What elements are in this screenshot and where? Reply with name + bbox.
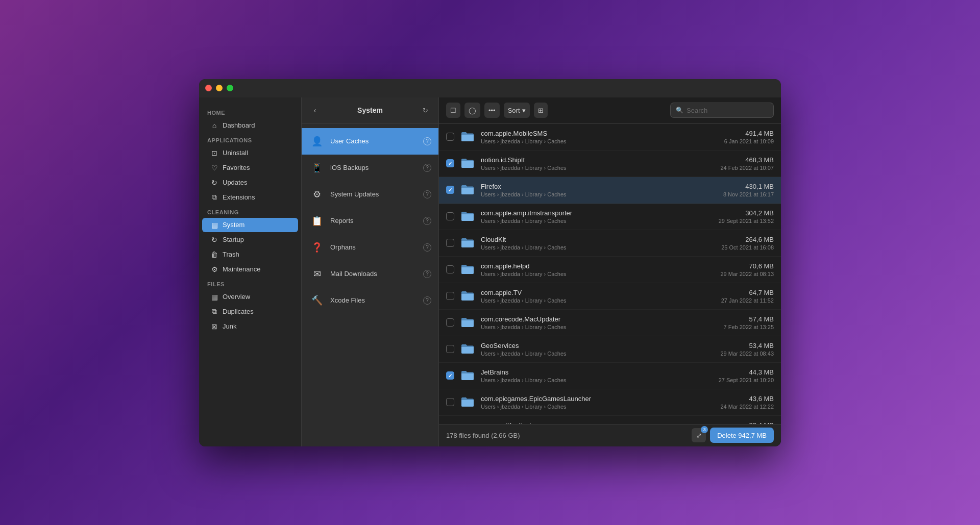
middle-item-icon-ios-backups: 📱 <box>309 160 325 176</box>
file-row[interactable]: com.corecode.MacUpdater Users › jbzedda … <box>439 310 781 336</box>
folder-icon <box>459 394 476 410</box>
refresh-button[interactable]: ↻ <box>418 103 432 117</box>
sidebar-item-overview[interactable]: ▦ Overview <box>202 290 298 304</box>
sidebar-item-junk[interactable]: ⊠ Junk <box>202 319 298 334</box>
help-icon-xcode-files[interactable]: ? <box>423 296 431 305</box>
file-date: 8 Nov 2021 at 16:17 <box>723 191 774 197</box>
expand-button[interactable]: ⤢ 3 <box>692 428 706 442</box>
file-row[interactable]: com.apple.MobileSMS Users › jbzedda › Li… <box>439 124 781 151</box>
extensions-icon: ⧉ <box>210 193 218 202</box>
help-icon-user-caches[interactable]: ? <box>423 137 431 145</box>
search-input[interactable] <box>687 107 768 114</box>
help-icon-mail-downloads[interactable]: ? <box>423 270 431 278</box>
back-button[interactable]: ‹ <box>308 103 322 117</box>
file-date: 25 Oct 2021 at 16:08 <box>721 244 774 251</box>
file-checkbox[interactable] <box>446 371 454 380</box>
middle-item-orphans[interactable]: ❓ Orphans ? <box>302 234 438 261</box>
minimize-button[interactable] <box>216 85 223 91</box>
file-checkbox[interactable] <box>446 318 454 327</box>
file-checkbox[interactable] <box>446 265 454 273</box>
file-name: CloudKit <box>481 236 716 243</box>
file-row[interactable]: com.apple.helpd Users › jbzedda › Librar… <box>439 257 781 283</box>
file-date: 27 Jan 2022 at 11:52 <box>721 297 774 304</box>
file-path: Users › jbzedda › Library › Caches <box>481 404 715 410</box>
sidebar-item-uninstall[interactable]: ⊡ Uninstall <box>202 146 298 160</box>
view-toggle-button[interactable]: ◯ <box>464 103 480 118</box>
file-name: com.epicgames.EpicGamesLauncher <box>481 395 715 403</box>
sidebar-item-duplicates[interactable]: ⧉ Duplicates <box>202 305 298 319</box>
file-checkbox[interactable] <box>446 212 454 220</box>
file-path: Users › jbzedda › Library › Caches <box>481 165 715 171</box>
close-button[interactable] <box>205 85 212 91</box>
file-row[interactable]: Firefox Users › jbzedda › Library › Cach… <box>439 177 781 204</box>
file-date: 7 Feb 2022 at 13:25 <box>724 324 774 330</box>
file-checkbox[interactable] <box>446 186 454 194</box>
sidebar-item-updates[interactable]: ↻ Updates <box>202 176 298 190</box>
file-date: 29 Mar 2022 at 08:43 <box>720 351 774 357</box>
middle-item-label-mail-downloads: Mail Downloads <box>330 270 418 278</box>
sidebar-section-files: FILES <box>199 277 301 289</box>
sidebar-item-startup[interactable]: ↻ Startup <box>202 233 298 247</box>
sidebar-item-maintenance[interactable]: ⚙ Maintenance <box>202 262 298 277</box>
help-icon-system-updates[interactable]: ? <box>423 190 431 198</box>
file-row[interactable]: com.apple.TV Users › jbzedda › Library ›… <box>439 283 781 310</box>
titlebar <box>199 79 781 97</box>
middle-item-reports[interactable]: 📋 Reports ? <box>302 208 438 234</box>
sort-button[interactable]: Sort ▾ <box>504 103 530 118</box>
startup-icon: ↻ <box>210 236 218 244</box>
middle-item-ios-backups[interactable]: 📱 iOS Backups ? <box>302 155 438 181</box>
file-row[interactable]: JetBrains Users › jbzedda › Library › Ca… <box>439 363 781 389</box>
file-checkbox[interactable] <box>446 292 454 300</box>
file-row[interactable]: com.spotify.client Users › jbzedda › Lib… <box>439 416 781 424</box>
overview-icon: ▦ <box>210 293 218 301</box>
select-all-button[interactable]: ☐ <box>446 103 460 118</box>
file-size: 44,3 MB <box>719 368 774 376</box>
expand-icon: ⤢ <box>696 432 702 439</box>
file-info: com.corecode.MacUpdater Users › jbzedda … <box>481 315 719 330</box>
file-row[interactable]: com.apple.amp.itmstransporter Users › jb… <box>439 204 781 230</box>
sidebar-item-trash[interactable]: 🗑 Trash <box>202 247 298 262</box>
file-checkbox[interactable] <box>446 239 454 247</box>
help-icon-ios-backups[interactable]: ? <box>423 164 431 172</box>
maintenance-icon: ⚙ <box>210 265 218 273</box>
sidebar-item-favorites[interactable]: ♡ Favorites <box>202 161 298 175</box>
file-checkbox[interactable] <box>446 345 454 353</box>
middle-item-user-caches[interactable]: 👤 User Caches ? <box>302 128 438 155</box>
sidebar-item-system[interactable]: ▤ System <box>202 218 298 232</box>
maximize-button[interactable] <box>227 85 233 91</box>
file-info: GeoServices Users › jbzedda › Library › … <box>481 342 715 357</box>
more-options-button[interactable]: ••• <box>484 103 500 118</box>
file-meta: 264,6 MB 25 Oct 2021 at 16:08 <box>721 236 774 251</box>
file-checkbox[interactable] <box>446 159 454 167</box>
sidebar-item-extensions[interactable]: ⧉ Extensions <box>202 190 298 205</box>
file-checkbox[interactable] <box>446 133 454 141</box>
columns-button[interactable]: ⊞ <box>534 103 548 118</box>
delete-button[interactable]: Delete 942,7 MB <box>710 428 774 443</box>
file-meta: 44,3 MB 27 Sept 2021 at 10:20 <box>719 368 774 383</box>
middle-panel: ‹ System ↻ 👤 User Caches ? 📱 iOS Backups… <box>301 97 439 446</box>
file-name: com.corecode.MacUpdater <box>481 315 719 323</box>
file-checkbox[interactable] <box>446 398 454 406</box>
sidebar-item-label: Overview <box>223 293 250 301</box>
file-size: 430,1 MB <box>723 183 774 190</box>
file-row[interactable]: com.epicgames.EpicGamesLauncher Users › … <box>439 389 781 416</box>
file-size: 57,4 MB <box>724 315 774 323</box>
file-info: CloudKit Users › jbzedda › Library › Cac… <box>481 236 716 251</box>
file-name: com.apple.TV <box>481 289 716 296</box>
file-info: Firefox Users › jbzedda › Library › Cach… <box>481 183 718 197</box>
home-icon: ⌂ <box>210 121 218 130</box>
file-row[interactable]: notion.id.ShipIt Users › jbzedda › Libra… <box>439 151 781 177</box>
main-layout: HOME ⌂ Dashboard APPLICATIONS ⊡ Uninstal… <box>199 97 781 446</box>
middle-item-system-updates[interactable]: ⚙ System Updates ? <box>302 181 438 208</box>
file-info: notion.id.ShipIt Users › jbzedda › Libra… <box>481 156 715 171</box>
file-name: com.apple.amp.itmstransporter <box>481 209 714 217</box>
middle-item-mail-downloads[interactable]: ✉ Mail Downloads ? <box>302 261 438 287</box>
sidebar-item-dashboard[interactable]: ⌂ Dashboard <box>202 118 298 133</box>
file-row[interactable]: GeoServices Users › jbzedda › Library › … <box>439 336 781 363</box>
help-icon-orphans[interactable]: ? <box>423 243 431 252</box>
middle-item-label-reports: Reports <box>330 217 418 224</box>
middle-item-label-ios-backups: iOS Backups <box>330 164 418 171</box>
help-icon-reports[interactable]: ? <box>423 217 431 225</box>
middle-item-xcode-files[interactable]: 🔨 Xcode Files ? <box>302 287 438 314</box>
file-row[interactable]: CloudKit Users › jbzedda › Library › Cac… <box>439 230 781 257</box>
